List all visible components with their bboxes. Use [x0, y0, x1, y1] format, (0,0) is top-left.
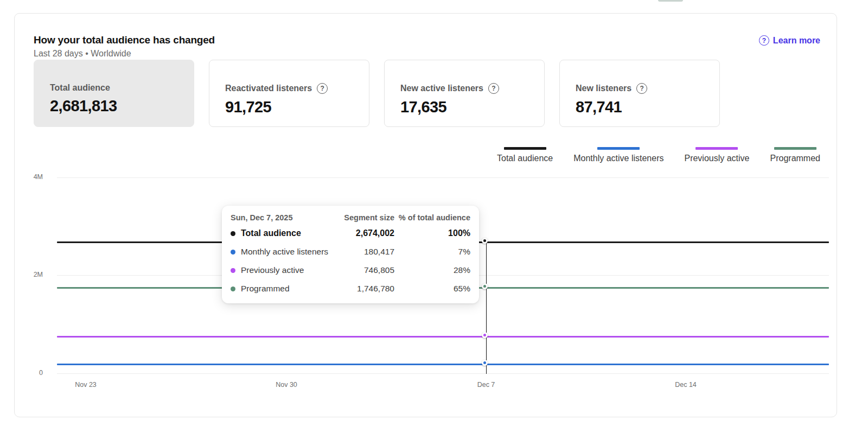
x-axis-label: Dec 7 — [467, 381, 505, 389]
tooltip-row-size: 1,746,780 — [335, 284, 394, 294]
tooltip-row-name: Total audience — [241, 228, 301, 238]
series-dot-icon — [231, 287, 235, 291]
tooltip-col-percent: % of total audience — [394, 213, 470, 222]
tooltip-row-pct: 7% — [394, 247, 470, 257]
x-axis-label: Nov 30 — [267, 381, 305, 389]
tooltip-row-monthly-active-listeners: Monthly active listeners 180,417 7% — [231, 243, 470, 261]
series-line-monthly-active-listeners — [57, 364, 829, 365]
tooltip-row-pct: 28% — [394, 265, 470, 275]
tooltip-row-size: 746,805 — [335, 265, 394, 275]
hover-line — [486, 243, 487, 374]
hover-dot-previously-active — [482, 332, 488, 338]
y-axis-label: 2M — [22, 271, 43, 278]
tooltip-row-size: 2,674,002 — [335, 228, 394, 238]
hover-dot-monthly-active-listeners — [482, 360, 488, 366]
hover-dot-programmed — [482, 283, 488, 289]
tooltip-row-name: Previously active — [241, 265, 304, 275]
audience-chart[interactable]: 4M 2M 0 Nov 23 Nov 30 Dec 7 Dec 14 Sun, … — [15, 14, 837, 417]
series-dot-icon — [231, 268, 235, 273]
series-dot-icon — [231, 250, 235, 255]
tooltip-date: Sun, Dec 7, 2025 — [231, 213, 335, 222]
hover-dot-total-audience — [482, 238, 488, 244]
tooltip-row-size: 180,417 — [335, 247, 394, 257]
chart-tooltip: Sun, Dec 7, 2025 Segment size % of total… — [222, 206, 479, 303]
tooltip-row-pct: 100% — [394, 228, 470, 238]
series-dot-icon — [231, 231, 235, 236]
tooltip-header: Sun, Dec 7, 2025 Segment size % of total… — [231, 213, 470, 222]
y-axis-label: 4M — [22, 173, 43, 181]
gridline — [57, 373, 829, 374]
top-cutoff-artifact — [658, 0, 683, 2]
series-line-previously-active — [57, 336, 829, 338]
tooltip-row-name: Monthly active listeners — [241, 247, 328, 257]
y-axis-label: 0 — [22, 369, 43, 377]
tooltip-row-previously-active: Previously active 746,805 28% — [231, 261, 470, 279]
tooltip-row-name: Programmed — [241, 284, 290, 294]
tooltip-row-programmed: Programmed 1,746,780 65% — [231, 279, 470, 298]
tooltip-row-pct: 65% — [394, 284, 470, 294]
tooltip-col-segment-size: Segment size — [335, 213, 394, 222]
x-axis-label: Dec 14 — [667, 381, 705, 389]
tooltip-row-total-audience: Total audience 2,674,002 100% — [231, 224, 470, 243]
audience-panel: How your total audience has changed Last… — [14, 13, 837, 417]
x-axis-label: Nov 23 — [67, 381, 105, 389]
gridline — [57, 177, 829, 178]
